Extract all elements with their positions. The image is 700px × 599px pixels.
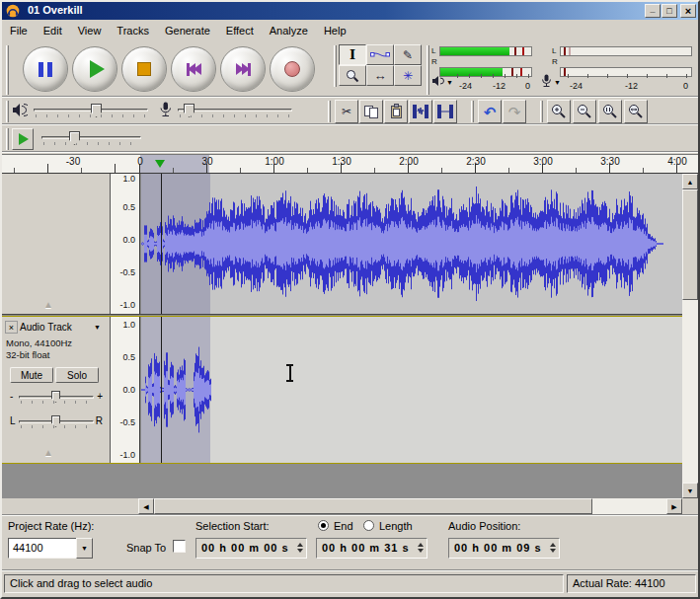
input-volume-slider[interactable] <box>176 101 294 122</box>
mouse-ibeam-cursor <box>285 364 294 382</box>
output-volume-slider[interactable] <box>32 101 150 122</box>
project-rate-combo[interactable]: 44100 <box>8 538 77 559</box>
scroll-right-button[interactable]: ▶ <box>666 498 682 514</box>
edit-toolbar-grip[interactable] <box>328 101 331 122</box>
track-2-control-panel[interactable]: × Audio Track ▼ Mono, 44100Hz 32-bit flo… <box>2 317 111 463</box>
horizontal-scrollbar[interactable]: ◀ ▶ <box>138 498 682 514</box>
solo-button[interactable]: Solo <box>55 367 99 383</box>
selection-tool-button[interactable]: I <box>339 44 366 65</box>
fit-selection-button[interactable] <box>598 100 622 123</box>
skip-start-icon <box>187 63 201 76</box>
track-1-control-panel[interactable]: ▲ <box>2 174 111 314</box>
audio-position-field[interactable]: 00 h 00 m 09 s <box>448 538 560 559</box>
scroll-down-button[interactable]: ▼ <box>682 483 698 498</box>
zoom-tool-button[interactable] <box>339 65 366 86</box>
playback-speed-slider[interactable] <box>39 128 143 150</box>
track-collapse-icon[interactable]: ▲ <box>43 299 53 310</box>
vruler-label: -0.5 <box>119 417 135 427</box>
skip-end-icon <box>236 63 251 76</box>
multi-tool-button[interactable]: ✳ <box>394 65 422 86</box>
maximize-button[interactable]: □ <box>661 4 677 18</box>
minimize-button[interactable]: _ <box>645 4 661 18</box>
timeline-ruler[interactable]: -30 0 30 1:00 1:30 2:00 2:30 3:00 3:30 4… <box>2 154 698 174</box>
scroll-up-button[interactable]: ▲ <box>682 174 698 189</box>
zoom-out-button[interactable] <box>573 100 596 123</box>
menu-generate[interactable]: Generate <box>157 22 218 39</box>
paste-button[interactable] <box>384 100 408 123</box>
skip-to-start-button[interactable] <box>171 46 216 92</box>
vertical-scroll-thumb[interactable] <box>682 189 698 300</box>
menu-effect[interactable]: Effect <box>218 22 262 39</box>
time-spinner[interactable] <box>297 543 303 553</box>
ruler-tick-label: 1:30 <box>332 156 350 167</box>
time-spinner[interactable] <box>550 543 556 553</box>
track-1-vertical-ruler[interactable]: 1.0 0.5 0.0 -0.5 -1.0 <box>111 174 140 314</box>
meter-dropdown-icon[interactable]: ▼ <box>446 79 453 86</box>
playhead-triangle[interactable] <box>155 160 165 168</box>
cut-button[interactable]: ✂ <box>335 100 358 123</box>
track-2-waveform-canvas[interactable] <box>141 317 682 463</box>
transport-toolbar-grip[interactable] <box>6 45 9 95</box>
selection-end-field[interactable]: 00 h 00 m 31 s <box>316 538 428 559</box>
track-collapse-icon[interactable]: ▲ <box>43 447 53 458</box>
gain-slider[interactable]: - + <box>10 389 103 409</box>
pause-button[interactable] <box>23 46 68 92</box>
zoom-toolbar-grip[interactable] <box>540 101 543 122</box>
length-radio[interactable] <box>363 520 374 531</box>
play-button[interactable] <box>72 46 117 92</box>
draw-tool-button[interactable]: ✎ <box>394 44 422 65</box>
menu-help[interactable]: Help <box>316 22 354 39</box>
end-radio[interactable] <box>318 520 329 531</box>
track-2-vertical-ruler[interactable]: 1.0 0.5 0.0 -0.5 -1.0 <box>111 317 140 463</box>
undo-toolbar-grip[interactable] <box>471 101 474 122</box>
meter-dropdown-icon[interactable]: ▼ <box>554 79 561 86</box>
redo-button[interactable]: ↷ <box>503 100 526 123</box>
actual-rate-panel: Actual Rate: 44100 <box>567 574 696 593</box>
track-2-waveform-area[interactable] <box>141 317 682 463</box>
play-at-speed-button[interactable] <box>12 128 34 150</box>
time-spinner[interactable] <box>418 543 424 553</box>
pan-slider[interactable]: L R <box>10 413 103 433</box>
snap-to-checkbox[interactable] <box>173 540 186 553</box>
mixer-toolbar-grip[interactable] <box>6 101 9 122</box>
transcription-toolbar-grip[interactable] <box>6 128 9 150</box>
title-bar[interactable]: 01 Overkill _ □ × <box>2 2 698 20</box>
undo-button[interactable]: ↶ <box>478 100 502 123</box>
vertical-scrollbar[interactable]: ▲ ▼ <box>682 174 698 498</box>
menu-tracks[interactable]: Tracks <box>109 22 157 39</box>
menu-analyze[interactable]: Analyze <box>262 22 316 39</box>
skip-to-end-button[interactable] <box>220 46 266 92</box>
track-1-waveform-canvas[interactable] <box>141 174 682 314</box>
selection-start-field[interactable]: 00 h 00 m 00 s <box>195 538 307 559</box>
end-radio-label[interactable]: End <box>334 520 353 532</box>
silence-audio-button[interactable] <box>433 100 457 123</box>
snap-to-label: Snap To <box>126 542 166 554</box>
fit-project-button[interactable] <box>624 100 648 123</box>
time-shift-tool-button[interactable]: ↔ <box>366 65 394 86</box>
track-title-menu[interactable]: Audio Track ▼ <box>20 321 101 334</box>
menu-file[interactable]: File <box>2 22 36 39</box>
menu-view[interactable]: View <box>70 22 110 39</box>
track-2: × Audio Track ▼ Mono, 44100Hz 32-bit flo… <box>2 317 682 463</box>
envelope-tool-button[interactable] <box>366 44 394 65</box>
stop-button[interactable] <box>121 46 167 92</box>
meter-toolbar-grip[interactable] <box>427 45 429 95</box>
menu-edit[interactable]: Edit <box>36 22 70 39</box>
length-radio-label[interactable]: Length <box>379 520 413 532</box>
horizontal-scroll-thumb[interactable] <box>154 498 592 514</box>
trim-audio-button[interactable] <box>409 100 432 123</box>
recording-meter[interactable]: L R ▼ -24 -12 0 <box>538 44 694 96</box>
toolbar-divider <box>2 151 698 153</box>
scroll-left-button[interactable]: ◀ <box>138 498 154 514</box>
close-button[interactable]: × <box>680 4 696 18</box>
copy-button[interactable] <box>359 100 383 123</box>
gain-max-label: + <box>97 391 103 402</box>
project-rate-dropdown-button[interactable]: ▼ <box>76 538 93 559</box>
playback-meter[interactable]: L R ▼ -24 -12 0 <box>431 44 534 96</box>
zoom-in-button[interactable] <box>547 100 571 123</box>
record-button[interactable] <box>270 46 315 92</box>
track-close-button[interactable]: × <box>5 321 18 334</box>
mute-button[interactable]: Mute <box>10 367 53 383</box>
track-1-waveform-area[interactable] <box>141 174 682 314</box>
tools-toolbar-grip[interactable] <box>334 45 337 87</box>
